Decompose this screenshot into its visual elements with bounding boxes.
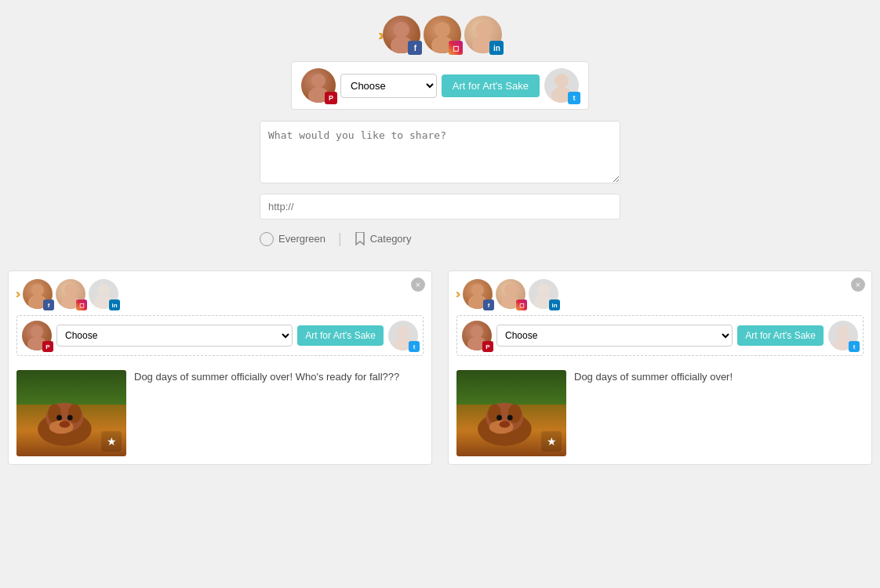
- svg-point-28: [471, 284, 484, 296]
- evergreen-item[interactable]: Evergreen: [260, 232, 325, 246]
- svg-point-12: [64, 284, 77, 296]
- card-avatar-row-2: › › › f ◻: [456, 279, 864, 309]
- account-selector-row: P Choose Art for Art's Sake t: [291, 61, 589, 110]
- svg-point-30: [504, 284, 517, 296]
- svg-point-34: [471, 325, 483, 338]
- svg-point-14: [97, 284, 110, 296]
- card-avatar-user2-c2[interactable]: ◻: [496, 279, 525, 309]
- card-tw-badge-1: t: [409, 341, 420, 352]
- compose-area: Evergreen | Category: [260, 121, 620, 247]
- card-close-button-2[interactable]: ×: [851, 278, 865, 292]
- svg-point-16: [31, 325, 43, 338]
- card-ig-badge-2: ◻: [516, 299, 527, 310]
- card-top-2: › › › f ◻: [449, 271, 871, 364]
- svg-point-2: [435, 22, 450, 38]
- card-selector-box-1: P Choose Art for Art's Sake t: [16, 315, 424, 356]
- evergreen-circle-icon: [260, 232, 274, 246]
- card-choose-select-1[interactable]: Choose: [56, 325, 293, 347]
- card-pt-badge-1: P: [42, 341, 53, 352]
- card-content-2: ★ Dog days of summer officially over!: [449, 364, 871, 464]
- svg-point-4: [475, 22, 491, 38]
- cards-row: × › › › f: [0, 263, 880, 473]
- card-star-badge-2[interactable]: ★: [541, 431, 562, 452]
- svg-point-27: [60, 421, 71, 428]
- card-li-badge-1: in: [109, 299, 120, 310]
- bookmark-icon: [355, 232, 365, 246]
- choose-select-top[interactable]: Choose: [340, 74, 437, 98]
- card-art-button-1[interactable]: Art for Art's Sake: [297, 325, 384, 346]
- svg-point-45: [500, 421, 511, 428]
- card-selector-box-2: P Choose Art for Art's Sake t: [456, 315, 864, 356]
- post-card-1: × › › › f: [8, 270, 432, 465]
- card-avatar-row-1: › › › f ◻: [16, 279, 424, 309]
- svg-point-44: [507, 415, 513, 420]
- logo-group: › › › ›: [378, 26, 380, 44]
- svg-point-0: [394, 22, 409, 38]
- card-image-2: ★: [456, 370, 566, 456]
- linkedin-badge-user3: in: [489, 41, 504, 55]
- card-avatar-user3-c1[interactable]: in: [89, 279, 118, 309]
- svg-point-6: [311, 74, 325, 88]
- message-textarea[interactable]: [260, 121, 620, 183]
- ghost-avatar-top: t: [544, 68, 579, 103]
- post-card-2: × › › › f: [448, 270, 872, 465]
- avatar-user3-top[interactable]: in: [464, 16, 502, 53]
- card-fb-badge-2: f: [483, 299, 494, 310]
- logo-icon: › › › ›: [378, 26, 380, 44]
- avatar-user1-top[interactable]: f: [383, 16, 420, 53]
- category-label: Category: [370, 233, 412, 245]
- instagram-badge-user2: ◻: [449, 41, 463, 55]
- facebook-badge-user1: f: [408, 41, 422, 55]
- svg-point-26: [67, 415, 73, 420]
- pinterest-badge-selected: P: [325, 92, 337, 104]
- card-art-button-2[interactable]: Art for Art's Sake: [737, 325, 824, 346]
- url-input[interactable]: [260, 194, 620, 220]
- card-fb-badge-1: f: [43, 299, 54, 310]
- art-for-arts-sake-button-top[interactable]: Art for Art's Sake: [442, 74, 540, 97]
- svg-point-10: [31, 284, 44, 296]
- svg-point-32: [537, 284, 550, 296]
- card-avatar-user2-c1[interactable]: ◻: [56, 279, 85, 309]
- svg-point-25: [56, 415, 62, 420]
- card-selected-avatar-2: P: [462, 321, 492, 350]
- selected-account-avatar: P: [301, 68, 336, 103]
- evergreen-label: Evergreen: [278, 233, 325, 245]
- top-section: › › › › f ◻: [0, 0, 880, 255]
- svg-point-18: [397, 325, 409, 338]
- svg-point-36: [837, 325, 849, 338]
- card-post-text-2: Dog days of summer officially over!: [574, 370, 864, 456]
- avatar-row-top: › › › › f ◻: [378, 16, 503, 53]
- meta-row: Evergreen | Category: [260, 230, 620, 247]
- card-avatar-user1-c2[interactable]: f: [463, 279, 493, 309]
- card-close-button-1[interactable]: ×: [411, 278, 425, 292]
- c3: ›: [16, 287, 20, 301]
- card-li-badge-2: in: [549, 299, 560, 310]
- card-star-badge-1[interactable]: ★: [101, 431, 122, 452]
- card-ghost-avatar-2: t: [828, 321, 858, 350]
- avatar-user2-top[interactable]: ◻: [424, 16, 461, 53]
- svg-point-8: [555, 74, 569, 88]
- c3b: ›: [456, 287, 460, 301]
- card-top-1: › › › f ◻: [9, 271, 431, 364]
- card-tw-badge-2: t: [849, 341, 860, 352]
- meta-divider: |: [338, 230, 342, 247]
- card-pt-badge-2: P: [482, 341, 493, 352]
- svg-point-43: [496, 415, 502, 420]
- card-post-text-1: Dog days of summer officially over! Who'…: [134, 370, 424, 456]
- card-ig-badge-1: ◻: [76, 299, 87, 310]
- card-choose-select-2[interactable]: Choose: [496, 325, 733, 347]
- category-item[interactable]: Category: [355, 232, 412, 246]
- card-image-1: ★: [16, 370, 126, 456]
- card-selected-avatar-1: P: [22, 321, 52, 350]
- card-content-1: ★ Dog days of summer officially over! Wh…: [9, 364, 431, 464]
- card-avatar-user1-c1[interactable]: f: [23, 279, 53, 309]
- twitter-badge-ghost: t: [568, 92, 580, 104]
- card-ghost-avatar-1: t: [388, 321, 418, 350]
- card-avatar-user3-c2[interactable]: in: [529, 279, 558, 309]
